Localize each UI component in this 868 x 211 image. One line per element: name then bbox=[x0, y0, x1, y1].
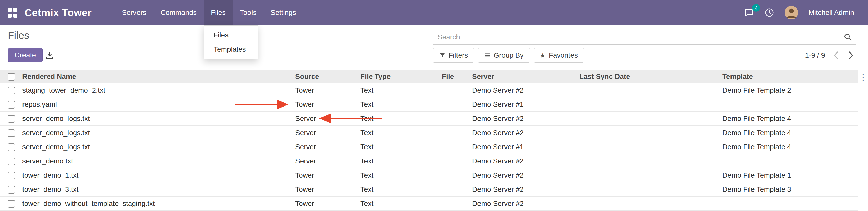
column-header-file[interactable]: File bbox=[439, 70, 469, 83]
messages-icon[interactable]: 4 bbox=[744, 8, 754, 18]
main-menu: Servers Commands Files Tools Settings bbox=[115, 0, 303, 25]
app-title: Cetmix Tower bbox=[25, 7, 92, 19]
nav-item-commands[interactable]: Commands bbox=[153, 0, 204, 25]
nav-item-servers[interactable]: Servers bbox=[115, 0, 153, 25]
apps-menu-icon[interactable] bbox=[8, 8, 18, 18]
favorites-button[interactable]: ★ Favorites bbox=[534, 48, 584, 63]
cell-source: Server bbox=[292, 112, 358, 126]
column-header-source[interactable]: Source bbox=[292, 70, 358, 83]
cell-last-sync-date bbox=[576, 126, 719, 140]
search-bar bbox=[433, 30, 856, 44]
top-nav: Cetmix Tower Servers Commands Files Tool… bbox=[0, 0, 868, 25]
cell-file bbox=[439, 97, 469, 112]
row-checkbox[interactable] bbox=[8, 200, 15, 208]
cell-template bbox=[719, 197, 858, 211]
activities-icon[interactable] bbox=[764, 8, 774, 18]
table-header-row: Rendered Name Source File Type File Serv… bbox=[0, 70, 858, 83]
nav-item-tools[interactable]: Tools bbox=[233, 0, 264, 25]
table-body: staging_tower_demo_2.txtTowerTextDemo Se… bbox=[0, 83, 858, 211]
dropdown-item-templates[interactable]: Templates bbox=[204, 42, 257, 56]
table-row[interactable]: repos.yamlTowerTextDemo Server #1 bbox=[0, 97, 858, 112]
cell-last-sync-date bbox=[576, 97, 719, 112]
row-checkbox[interactable] bbox=[8, 144, 15, 151]
cell-file-type: Text bbox=[358, 140, 439, 154]
pager: 1-9 / 9 bbox=[805, 48, 855, 63]
table-row[interactable]: tower_demo_3.txtTowerTextDemo Server #2D… bbox=[0, 182, 858, 197]
download-icon[interactable] bbox=[43, 50, 56, 62]
pager-next-icon[interactable] bbox=[847, 50, 855, 61]
cell-source: Tower bbox=[292, 83, 358, 97]
row-checkbox[interactable] bbox=[8, 129, 15, 137]
select-all-checkbox[interactable] bbox=[8, 73, 15, 81]
column-header-last-sync-date[interactable]: Last Sync Date bbox=[576, 70, 719, 83]
files-dropdown-menu: Files Templates bbox=[204, 25, 258, 59]
table-row[interactable]: staging_tower_demo_2.txtTowerTextDemo Se… bbox=[0, 83, 858, 97]
cell-file-type: Text bbox=[358, 154, 439, 168]
cell-template: Demo File Template 1 bbox=[719, 168, 858, 182]
column-header-server[interactable]: Server bbox=[469, 70, 576, 83]
avatar[interactable] bbox=[784, 6, 798, 20]
cell-server: Demo Server #2 bbox=[469, 83, 576, 97]
cell-template: Demo File Template 4 bbox=[719, 140, 858, 154]
bars-icon bbox=[484, 52, 491, 59]
cell-template bbox=[719, 97, 858, 112]
files-list: Rendered Name Source File Type File Serv… bbox=[0, 70, 858, 211]
dropdown-item-files[interactable]: Files bbox=[204, 28, 257, 42]
table-right-gutter bbox=[858, 70, 868, 211]
cell-file bbox=[439, 197, 469, 211]
funnel-icon bbox=[439, 52, 446, 59]
cell-source: Tower bbox=[292, 182, 358, 197]
cell-server: Demo Server #2 bbox=[469, 197, 576, 211]
nav-item-settings[interactable]: Settings bbox=[264, 0, 303, 25]
table-row[interactable]: server_demo_logs.txtServerTextDemo Serve… bbox=[0, 126, 858, 140]
column-header-file-type[interactable]: File Type bbox=[358, 70, 439, 83]
cell-source: Tower bbox=[292, 97, 358, 112]
cell-rendered-name: server_demo_logs.txt bbox=[19, 126, 292, 140]
cell-rendered-name: repos.yaml bbox=[19, 97, 292, 112]
pager-previous-icon[interactable] bbox=[832, 50, 840, 61]
cell-source: Tower bbox=[292, 168, 358, 182]
cell-file-type: Text bbox=[358, 126, 439, 140]
cell-template: Demo File Template 2 bbox=[719, 83, 858, 97]
create-button[interactable]: Create bbox=[8, 48, 43, 62]
cell-server: Demo Server #2 bbox=[469, 182, 576, 197]
nav-item-files[interactable]: Files bbox=[204, 0, 233, 25]
favorites-label: Favorites bbox=[549, 51, 578, 59]
cell-rendered-name: server_demo_logs.txt bbox=[19, 140, 292, 154]
row-checkbox[interactable] bbox=[8, 101, 15, 109]
cell-rendered-name: tower_demo_1.txt bbox=[19, 168, 292, 182]
cell-source: Tower bbox=[292, 197, 358, 211]
cell-file bbox=[439, 168, 469, 182]
filters-label: Filters bbox=[449, 51, 468, 59]
cell-rendered-name: server_demo_logs.txt bbox=[19, 112, 292, 126]
row-checkbox[interactable] bbox=[8, 186, 15, 193]
table-row[interactable]: tower_demo_without_template_staging.txtT… bbox=[0, 197, 858, 211]
cell-rendered-name: server_demo.txt bbox=[19, 154, 292, 168]
row-checkbox[interactable] bbox=[8, 115, 15, 123]
cell-file-type: Text bbox=[358, 83, 439, 97]
table-row[interactable]: server_demo.txtServerTextDemo Server #2 bbox=[0, 154, 858, 168]
column-header-template[interactable]: Template bbox=[719, 70, 858, 83]
row-checkbox[interactable] bbox=[8, 87, 15, 94]
cell-source: Server bbox=[292, 126, 358, 140]
group-by-button[interactable]: Group By bbox=[478, 48, 530, 63]
search-icon[interactable] bbox=[843, 33, 852, 41]
cell-template: Demo File Template 3 bbox=[719, 182, 858, 197]
column-options-icon[interactable]: ⋮ bbox=[859, 72, 867, 82]
cell-file-type: Text bbox=[358, 182, 439, 197]
table-row[interactable]: server_demo_logs.txtServerTextDemo Serve… bbox=[0, 140, 858, 154]
cell-last-sync-date bbox=[576, 197, 719, 211]
user-name[interactable]: Mitchell Admin bbox=[808, 9, 854, 17]
table-row[interactable]: tower_demo_1.txtTowerTextDemo Server #2D… bbox=[0, 168, 858, 182]
filters-button[interactable]: Filters bbox=[433, 48, 474, 63]
search-input[interactable] bbox=[433, 33, 843, 41]
star-icon: ★ bbox=[540, 52, 546, 59]
cell-server: Demo Server #2 bbox=[469, 112, 576, 126]
row-checkbox[interactable] bbox=[8, 172, 15, 179]
cell-template: Demo File Template 4 bbox=[719, 112, 858, 126]
cell-file-type: Text bbox=[358, 168, 439, 182]
page-title: Files bbox=[8, 30, 29, 41]
table-row[interactable]: server_demo_logs.txtServerTextDemo Serve… bbox=[0, 112, 858, 126]
row-checkbox[interactable] bbox=[8, 158, 15, 165]
column-header-rendered-name[interactable]: Rendered Name bbox=[19, 70, 292, 83]
